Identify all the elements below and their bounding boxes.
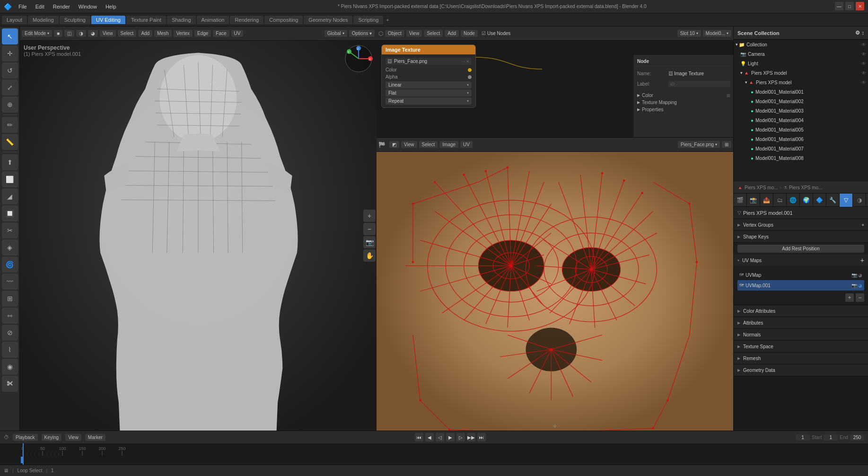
uv-mode-icon[interactable]: ◩ — [389, 141, 399, 148]
uv-canvas[interactable]: ✛ — [377, 152, 733, 431]
start-frame[interactable]: 1 — [824, 434, 838, 441]
outliner-item-collection[interactable]: ▾ 📁 Collection 👁 — [734, 40, 868, 49]
node-select-menu[interactable]: Select — [424, 30, 443, 37]
tab-sculpting[interactable]: Sculpting — [60, 16, 90, 24]
tool-shrink-flatten[interactable]: ⊘ — [2, 325, 18, 341]
tool-shear[interactable]: ⌇ — [2, 342, 18, 358]
menu-render[interactable]: Render — [49, 3, 74, 10]
tab-rendering[interactable]: Rendering — [230, 16, 263, 24]
outliner-item-mat006[interactable]: ● Model001_Material006 — [734, 134, 868, 144]
uv-filename-selector[interactable]: Piers_Face.png — [678, 141, 720, 148]
uvmap-render[interactable]: ◕ — [858, 273, 862, 278]
add-rest-position-button[interactable]: Add Rest Position — [737, 245, 864, 253]
face-menu[interactable]: Face — [213, 30, 229, 37]
vertex-groups-add[interactable]: + — [861, 222, 864, 228]
zoom-in-button[interactable]: + — [363, 210, 376, 222]
props-object-icon[interactable]: 🔷 — [813, 194, 826, 207]
props-data-icon[interactable]: ▽ — [840, 194, 853, 207]
pan-button[interactable]: ✋ — [363, 249, 376, 262]
props-material-icon[interactable]: ◑ — [853, 194, 866, 207]
tool-cursor[interactable]: ↖ — [2, 28, 18, 44]
playback-menu[interactable]: Playback — [13, 434, 38, 441]
node-node-menu[interactable]: Node — [461, 30, 478, 37]
node-canvas[interactable]: Image Texture 🖼 Piers_Face.png ··· ✕ — [377, 41, 733, 137]
projection-select[interactable]: Flat — [386, 89, 472, 97]
normals-toggle[interactable]: ▶ Normals — [734, 329, 868, 340]
uv-editor[interactable]: 🏁 ◩ View Select Image UV Piers_Face.png … — [377, 138, 733, 431]
options-menu[interactable]: Options ▾ — [349, 30, 375, 37]
uvmap001-camera[interactable]: 📷 — [851, 283, 857, 288]
menu-window[interactable]: Window — [75, 3, 101, 10]
jump-start-button[interactable]: ⏮ — [415, 433, 423, 441]
viewport-shading-solid[interactable]: ■ — [54, 30, 62, 37]
select-menu[interactable]: Select — [118, 30, 137, 37]
texture-mapping-toggle[interactable]: ▶ Texture Mapping — [637, 99, 730, 106]
alpha-socket[interactable] — [468, 75, 472, 79]
outliner-item-xps-model[interactable]: ▾ 🔺 Piers XPS model 👁 — [734, 68, 868, 78]
close-button[interactable]: ✕ — [856, 2, 864, 10]
tab-modeling[interactable]: Modeling — [28, 16, 59, 24]
color-attributes-toggle[interactable]: ▶ Color Attributes — [734, 305, 868, 317]
xps-model-nested-eye[interactable]: 👁 — [861, 80, 866, 85]
props-scene2-icon[interactable]: 🌐 — [787, 194, 800, 207]
uv-view-fit[interactable]: ⊞ — [722, 141, 731, 148]
tool-smooth[interactable]: 〰 — [2, 273, 18, 290]
tab-uv-editing[interactable]: UV Editing — [91, 16, 125, 24]
attributes-toggle[interactable]: ▶ Attributes — [734, 317, 868, 328]
vertex-groups-toggle[interactable]: ▶ Vertex Groups + — [734, 219, 868, 230]
xps-model-eye[interactable]: 👁 — [861, 71, 866, 76]
transform-orientation[interactable]: Global — [324, 30, 347, 37]
color-section-toggle[interactable]: ▶ Color ⊞ — [637, 92, 730, 99]
node-slot-selector[interactable]: Slot 10 — [677, 30, 701, 37]
tab-compositing[interactable]: Compositing — [264, 16, 303, 24]
next-frame-button[interactable]: ▶▶ — [467, 433, 475, 441]
extension-select[interactable]: Repeat — [386, 97, 472, 105]
uv-maps-add[interactable]: + — [860, 256, 864, 264]
prev-frame-button[interactable]: ◀ — [425, 433, 434, 441]
uv-map-item-0[interactable]: 🗺 UVMap 📷 ◕ — [737, 270, 864, 280]
uv-map-item-1[interactable]: 🗺 UVMap.001 📷 ◕ — [737, 280, 864, 291]
collection-eye[interactable]: 👁 — [861, 42, 866, 47]
object-name-label[interactable]: Piers XPS model.001 — [743, 210, 793, 216]
props-view-layer-icon[interactable]: 🗂 — [773, 194, 787, 207]
uv-image-menu[interactable]: Image — [439, 141, 458, 148]
uv-maps-toggle[interactable]: ▾ UV Maps + — [734, 255, 868, 266]
tool-spin[interactable]: 🌀 — [2, 256, 18, 273]
tool-rip[interactable]: ✀ — [2, 376, 18, 392]
uv-map-remove-btn[interactable]: − — [856, 293, 864, 302]
tab-layout[interactable]: Layout — [2, 16, 27, 24]
vertex-menu[interactable]: Vertex — [174, 30, 193, 37]
tab-shading[interactable]: Shading — [167, 16, 195, 24]
outliner-filter-icon[interactable]: ⚙ — [855, 30, 860, 36]
add-menu[interactable]: Add — [138, 30, 152, 37]
light-eye[interactable]: 👁 — [861, 61, 866, 66]
tab-texture-paint[interactable]: Texture Paint — [126, 16, 166, 24]
viewport-3d[interactable]: Edit Mode ■ ◫ ◑ ◕ View Select Add Mesh V… — [20, 26, 377, 431]
tool-bevel[interactable]: ◢ — [2, 188, 18, 204]
tool-extrude[interactable]: ⬆ — [2, 154, 18, 170]
uv-uv-menu[interactable]: UV — [460, 141, 473, 148]
node-file-browse[interactable]: ··· — [461, 59, 465, 64]
use-nodes-checkbox[interactable]: ☑ — [482, 31, 486, 36]
camera-eye[interactable]: 👁 — [861, 52, 866, 57]
prev-keyframe-button[interactable]: ◁ — [436, 433, 444, 441]
menu-help[interactable]: Help — [102, 3, 120, 10]
tool-measure[interactable]: 📏 — [2, 134, 18, 150]
outliner-item-camera[interactable]: 📷 Camera 👁 — [734, 49, 868, 59]
props-render-icon[interactable]: 📸 — [747, 194, 760, 207]
node-model-selector[interactable]: Model0... — [703, 30, 731, 37]
node-view-menu[interactable]: View — [406, 30, 422, 37]
color-socket[interactable] — [468, 68, 472, 72]
mesh-menu[interactable]: Mesh — [154, 30, 171, 37]
shape-keys-toggle[interactable]: ▶ Shape Keys — [734, 231, 868, 242]
view-menu[interactable]: View — [100, 30, 116, 37]
tool-inset[interactable]: ⬜ — [2, 171, 18, 187]
uv-select-menu[interactable]: Select — [419, 141, 438, 148]
tool-annotate[interactable]: ✏ — [2, 117, 18, 133]
uv-map-add-btn[interactable]: + — [845, 293, 854, 302]
breadcrumb-item-2[interactable]: Piers XPS mo... — [789, 185, 823, 190]
texture-space-toggle[interactable]: ▶ Texture Space — [734, 341, 868, 352]
image-texture-node[interactable]: Image Texture 🖼 Piers_Face.png ··· ✕ — [381, 44, 476, 108]
tab-animation[interactable]: Animation — [197, 16, 229, 24]
maximize-button[interactable]: □ — [845, 2, 854, 10]
